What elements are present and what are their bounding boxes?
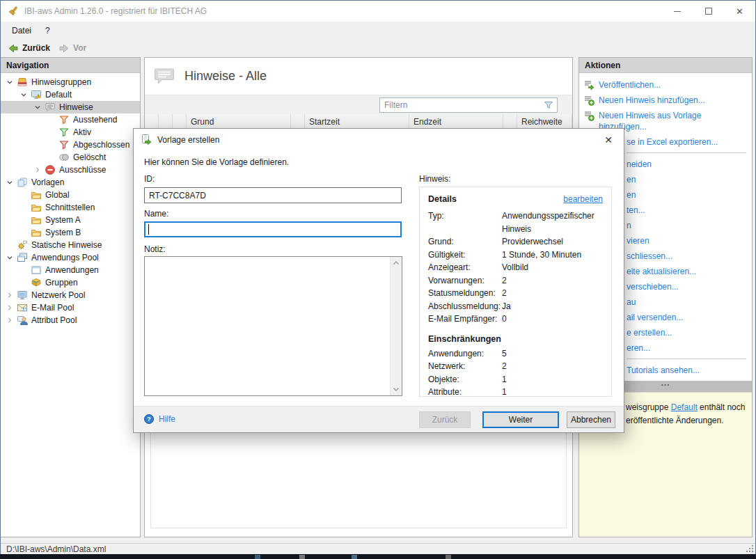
- column-header-endzeit[interactable]: Endzeit: [409, 114, 503, 129]
- id-label: ID:: [144, 174, 155, 184]
- help-button[interactable]: ? Hilfe: [143, 414, 175, 425]
- scrollbar[interactable]: [390, 257, 402, 395]
- id-input[interactable]: [144, 187, 402, 203]
- action-ver-ffentlichen[interactable]: Veröffentlichen...: [579, 77, 752, 93]
- menu-item-datei[interactable]: Datei: [5, 23, 38, 38]
- bearbeiten-link[interactable]: bearbeiten: [563, 194, 603, 204]
- detail-label: Anzeigeart:: [428, 261, 502, 274]
- tree-item-label: Global: [44, 190, 70, 200]
- action-neuen-hinweis-hinzuf-gen[interactable]: Neuen Hinweis hinzufügen...: [579, 93, 752, 108]
- notiz-textarea[interactable]: [144, 256, 402, 396]
- column-header-startzeit[interactable]: Startzeit: [305, 114, 409, 129]
- back-button[interactable]: Zurück: [3, 41, 54, 56]
- detail-row: E-Mail Empfänger:0: [428, 313, 603, 326]
- tree-item-anwendungen[interactable]: Anwendungen: [1, 264, 140, 276]
- tree-item-ausschl-sse[interactable]: Ausschlüsse: [1, 164, 140, 176]
- tree-item-abgeschlossen[interactable]: Abgeschlossen: [1, 139, 140, 151]
- tree-item-system-a[interactable]: System A: [1, 214, 140, 226]
- tree-item-netzwerk-pool[interactable]: Netzwerk Pool: [1, 289, 140, 301]
- close-button[interactable]: ✕: [724, 1, 755, 22]
- column-header-grund[interactable]: Grund: [187, 114, 291, 129]
- email-icon: [17, 302, 28, 313]
- minimize-icon: [674, 11, 681, 12]
- restriction-row: Attribute:1: [428, 386, 603, 397]
- app-pool-icon: [17, 252, 28, 263]
- chevron-spacer: [19, 203, 29, 212]
- template-dialog-icon: [141, 134, 152, 145]
- screen: IBI-aws Admin 1.26.0 - registriert für I…: [0, 0, 756, 559]
- tree-item-label: System B: [44, 228, 81, 237]
- tree-item-system-b[interactable]: System B: [1, 226, 140, 239]
- notes-large-icon: [153, 65, 175, 88]
- tree-item-label: E-Mail Pool: [30, 303, 74, 313]
- scroll-up-icon[interactable]: [391, 258, 402, 269]
- text-caret: [148, 224, 149, 235]
- details-section-title: Details: [428, 194, 457, 204]
- tree-item-default[interactable]: Default: [1, 88, 140, 101]
- filter-funnel-icon[interactable]: [543, 100, 554, 111]
- abbrechen-button[interactable]: Abbrechen: [567, 411, 615, 428]
- detail-label: Abschlussmeldung:: [428, 300, 502, 313]
- tree-item-aktiv[interactable]: Aktiv: [1, 126, 140, 139]
- chevron-down-icon: [5, 77, 15, 87]
- chevron-spacer: [19, 215, 29, 225]
- tree-item-label: Aktiv: [72, 127, 91, 137]
- restriction-value: 1: [502, 373, 603, 386]
- weiter-button[interactable]: Weiter: [482, 411, 559, 428]
- back-arrow-icon: [8, 42, 19, 54]
- resize-grip-icon[interactable]: [746, 544, 754, 553]
- tree-item-anwendungs-pool[interactable]: Anwendungs Pool: [1, 251, 140, 264]
- tree-item-gruppen[interactable]: Gruppen: [1, 276, 140, 289]
- tree-item-label: Gruppen: [44, 278, 78, 288]
- name-input[interactable]: [144, 221, 402, 237]
- default-group-link[interactable]: Default: [671, 402, 698, 412]
- action-label: ten...: [627, 205, 645, 216]
- toolbar: Zurück Vor: [1, 39, 755, 57]
- tree-item-hinweisgruppen[interactable]: Hinweisgruppen: [1, 76, 140, 88]
- actions-header: Aktionen: [579, 58, 752, 73]
- tree-item-label: Statische Hinweise: [30, 240, 102, 250]
- hinweis-label: Hinweis:: [419, 174, 450, 184]
- tree-item-global[interactable]: Global: [1, 189, 140, 201]
- tree-item-gel-scht[interactable]: Gelöscht: [1, 151, 140, 164]
- action-label: ail versenden...: [627, 312, 683, 323]
- chevron-right-icon: [5, 303, 15, 313]
- minimize-button[interactable]: [661, 1, 693, 22]
- taskbar-sliver: [0, 554, 756, 559]
- tree-item-e-mail-pool[interactable]: E-Mail Pool: [1, 301, 140, 314]
- menubar: Datei?: [1, 22, 755, 39]
- forward-label: Vor: [73, 43, 86, 53]
- detail-value: 0: [502, 313, 603, 326]
- chevron-down-icon: [5, 253, 15, 262]
- detail-label: Typ:: [428, 210, 502, 235]
- help-icon: ?: [143, 414, 155, 425]
- dialog-title: Vorlage erstellen: [157, 135, 219, 145]
- network-icon: [17, 290, 28, 301]
- detail-value: Ja: [502, 300, 603, 313]
- action-label: neiden: [627, 159, 652, 170]
- tree-item-hinweise[interactable]: Hinweise: [1, 101, 140, 113]
- action-label: vieren: [627, 235, 649, 246]
- action-label: e erstellen...: [627, 327, 672, 338]
- filter-box: [379, 97, 558, 113]
- app-window: IBI-aws Admin 1.26.0 - registriert für I…: [0, 0, 756, 554]
- column-header-reichweite[interactable]: Reichweite: [517, 114, 572, 129]
- restriction-label: Netzwerk:: [428, 360, 502, 373]
- tree-item-schnittstellen[interactable]: Schnittstellen: [1, 201, 140, 214]
- tree-item-statische-hinweise[interactable]: Statische Hinweise: [1, 239, 140, 251]
- maximize-icon: [705, 8, 712, 15]
- dialog-close-button[interactable]: ✕: [599, 132, 617, 148]
- filter-input[interactable]: [380, 99, 543, 111]
- maximize-button[interactable]: [693, 1, 724, 22]
- scroll-down-icon[interactable]: [391, 384, 402, 395]
- restrictions-rows: Anwendungen:5Netzwerk:2Objekte:1Attribut…: [428, 347, 603, 397]
- tree-item-vorlagen[interactable]: Vorlagen: [1, 176, 140, 189]
- restriction-value: 2: [502, 360, 603, 373]
- svg-text:?: ?: [147, 415, 151, 423]
- chevron-right-icon: [5, 290, 15, 300]
- tree-item-ausstehend[interactable]: Ausstehend: [1, 113, 140, 126]
- deleted-icon: [58, 152, 70, 163]
- tree-item-label: Attribut Pool: [30, 315, 77, 325]
- tree-item-attribut-pool[interactable]: Attribut Pool: [1, 314, 140, 326]
- menu-item-help[interactable]: ?: [38, 23, 57, 38]
